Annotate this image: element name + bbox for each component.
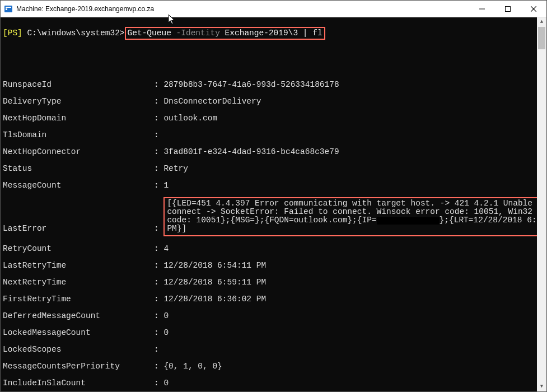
window: Machine: Exchange-2019.exchangemvp.co.za… [0,0,547,392]
output-row: NextHopConnector: 3fad801f-e324-4dad-931… [3,148,532,156]
output-row-lasterror: LastError: [{LED=451 4.4.397 Error commu… [3,198,532,236]
window-title: Machine: Exchange-2019.exchangemvp.co.za [16,6,469,12]
output-row: LockedScopes: [3,346,532,354]
output-row: LockedMessageCount: 0 [3,329,532,337]
output-row: DeferredMessageCount: 0 [3,312,532,320]
cmd-get: Get-Queue [128,29,176,38]
svg-rect-2 [6,8,7,10]
output-row: NextHopDomain: outlook.com [3,114,532,123]
vertical-scrollbar[interactable]: ▲ ▼ [537,17,546,391]
ps-tag: [PS] [3,29,22,38]
maximize-button[interactable] [495,1,521,17]
output-row: IncludeInSlaCount: 0 [3,379,532,388]
cmd-flag: -Identity [176,29,220,38]
output-row: MessageCount: 1 [3,181,532,190]
close-button[interactable] [521,1,546,17]
output-row: NextRetryTime: 12/28/2018 6:59:11 PM [3,278,532,287]
output-row: RetryCount: 4 [3,245,532,253]
app-icon [4,4,13,13]
scroll-down-arrow[interactable]: ▼ [537,382,546,391]
terminal[interactable]: [PS] C:\windows\system32>Get-Queue -Iden… [1,17,537,391]
output-row: DeliveryType: DnsConnectorDelivery [3,97,532,106]
terminal-area: [PS] C:\windows\system32>Get-Queue -Iden… [1,17,546,391]
cmd-arg: Exchange-2019\3 | fl [220,29,322,38]
redacted-ip [377,217,440,225]
scroll-thumb[interactable] [538,27,545,49]
output-row: Status: Retry [3,165,532,173]
output-row: RunspaceId: 2879b8b3-7647-41a6-993d-5263… [3,81,532,89]
scroll-up-arrow[interactable]: ▲ [537,17,546,27]
svg-rect-1 [6,7,11,8]
output-row: LastRetryTime: 12/28/2018 6:54:11 PM [3,262,532,270]
output-row: FirstRetryTime: 12/28/2018 6:36:02 PM [3,295,532,304]
output-row: TlsDomain: [3,131,532,139]
lasterror-highlight: [{LED=451 4.4.397 Error communicating wi… [163,197,537,236]
svg-rect-4 [506,6,511,11]
command-highlight: Get-Queue -Identity Exchange-2019\3 | fl [125,27,325,40]
prompt-line-1: [PS] C:\windows\system32>Get-Queue -Iden… [3,28,532,39]
prompt-path: C:\windows\system32> [22,29,125,38]
titlebar: Machine: Exchange-2019.exchangemvp.co.za [1,1,546,17]
minimize-button[interactable] [469,1,495,17]
output-row: MessageCountsPerPriority: {0, 1, 0, 0} [3,362,532,371]
